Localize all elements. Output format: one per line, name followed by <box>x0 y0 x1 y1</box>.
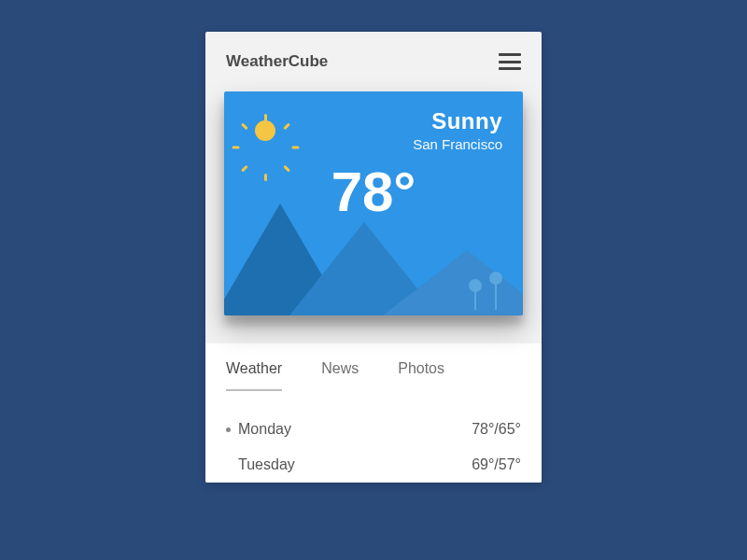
tree-icon <box>469 279 482 310</box>
tab-news[interactable]: News <box>321 360 359 390</box>
app-container: WeatherCube Sunny San Francisco 78° <box>205 32 542 483</box>
hero-text-block: Sunny San Francisco <box>413 108 502 152</box>
current-day-dot-icon <box>226 427 231 432</box>
forecast-temp-label: 78°/65° <box>472 421 521 438</box>
condition-label: Sunny <box>413 108 502 134</box>
forecast-day-label: Tuesday <box>238 456 295 473</box>
weather-hero-card[interactable]: Sunny San Francisco 78° <box>224 91 523 315</box>
tab-weather[interactable]: Weather <box>226 360 282 390</box>
app-title: WeatherCube <box>226 52 328 71</box>
app-header: WeatherCube <box>205 32 542 84</box>
tab-bar: Weather News Photos <box>226 360 521 391</box>
location-label: San Francisco <box>413 136 502 152</box>
menu-icon[interactable] <box>499 53 521 70</box>
content-card: Weather News Photos Monday 78°/65° Tuesd… <box>205 343 542 483</box>
forecast-row[interactable]: Tuesday 69°/57° <box>226 447 521 483</box>
forecast-day-label: Monday <box>238 421 291 438</box>
forecast-temp-label: 69°/57° <box>472 456 521 473</box>
hero-section: Sunny San Francisco 78° <box>205 84 542 315</box>
forecast-list: Monday 78°/65° Tuesday 69°/57° <box>226 391 521 483</box>
tree-icon <box>489 272 502 310</box>
sun-icon <box>248 114 282 147</box>
tab-photos[interactable]: Photos <box>398 360 444 390</box>
forecast-row[interactable]: Monday 78°/65° <box>226 412 521 447</box>
